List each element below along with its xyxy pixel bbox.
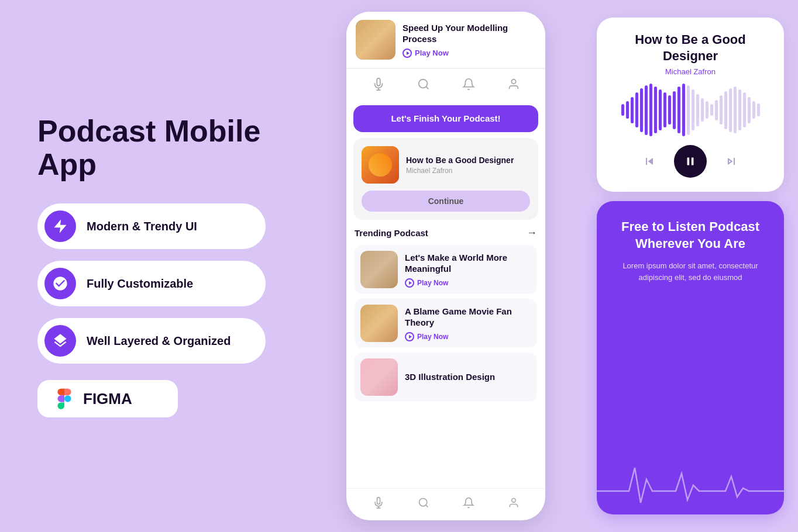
wave-bar-16: [696, 94, 699, 126]
podcast-item-1-play-label: Play Now: [417, 279, 448, 287]
left-panel: Podcast Mobile App Modern & Trendy UI: [14, 12, 295, 520]
podcast-item-3-info: 3D Illustration Design: [405, 371, 495, 383]
trending-section: Trending Podcast → Let's Make a World Mo…: [346, 220, 545, 406]
wave-bar-6: [649, 84, 652, 136]
wave-bar-5: [645, 85, 648, 135]
player-card: How to Be a Good Designer Michael Zafron: [597, 18, 784, 192]
wave-bar-29: [757, 103, 760, 116]
waveform: [610, 87, 771, 133]
podcast-item-2-play[interactable]: Play Now: [405, 332, 531, 341]
podcast-item-1[interactable]: Let's Make a World More Meaningful Play …: [355, 245, 537, 294]
svg-point-3: [511, 499, 515, 503]
feature-item-layered: Well Layered & Organized: [37, 318, 266, 364]
wave-bar-14: [687, 85, 690, 135]
wave-bar-3: [635, 92, 638, 127]
wave-bar-21: [720, 95, 723, 125]
wave-bar-17: [701, 98, 704, 122]
continue-title: How to Be a Good Designer: [406, 155, 514, 165]
finish-banner-text: Let's Finish Your Podcast!: [391, 113, 500, 123]
podcast-thumb-2: [360, 305, 398, 342]
figma-logo-icon: [54, 388, 75, 409]
svg-point-0: [418, 80, 427, 88]
mic-icon[interactable]: [370, 76, 387, 92]
wave-bar-11: [673, 91, 676, 129]
continue-thumb: [362, 146, 399, 184]
rewind-button[interactable]: [639, 151, 660, 172]
bottom-bell-icon[interactable]: [460, 495, 477, 511]
middle-panel: Speed Up Your Modelling Process Play Now: [307, 12, 585, 520]
pillow-image: [356, 20, 395, 60]
top-card-title: Speed Up Your Modelling Process: [403, 22, 536, 45]
figma-label: FIGMA: [83, 390, 132, 408]
svg-point-2: [419, 499, 426, 506]
wave-bar-2: [631, 97, 634, 123]
wave-bar-23: [729, 88, 732, 132]
wave-bar-9: [663, 92, 666, 127]
feature-item-customizable: Fully Customizable: [37, 261, 266, 306]
podcast-item-1-title: Let's Make a World More Meaningful: [405, 252, 531, 275]
podcast-item-3[interactable]: 3D Illustration Design: [355, 353, 537, 402]
bottom-user-icon[interactable]: [505, 495, 522, 511]
free-card-desc: Lorem ipsum dolor sit amet, consectetur …: [611, 260, 770, 283]
heartbeat-line: [597, 456, 784, 514]
play-icon-2: [405, 332, 414, 341]
player-episode-title: How to Be a Good Designer: [610, 32, 771, 64]
podcast-item-2[interactable]: A Blame Game Movie Fan Theory Play Now: [355, 299, 537, 348]
podcast-item-3-title: 3D Illustration Design: [405, 371, 495, 383]
page-background: Podcast Mobile App Modern & Trendy UI: [0, 0, 798, 532]
feature-list: Modern & Trendy UI Fully Customizable: [37, 203, 283, 364]
wave-bar-10: [668, 95, 671, 125]
wave-bar-13: [682, 84, 685, 136]
podcast-thumb-3: [360, 358, 398, 396]
wave-bar-18: [706, 101, 708, 119]
wave-bar-22: [724, 91, 727, 129]
bottom-search-icon[interactable]: [415, 495, 432, 511]
podcast-item-2-title: A Blame Game Movie Fan Theory: [405, 306, 531, 329]
free-card: Free to Listen Podcast Wherever You Are …: [597, 201, 784, 514]
finish-banner: Let's Finish Your Podcast!: [353, 105, 538, 132]
top-card-info: Speed Up Your Modelling Process Play Now: [403, 22, 536, 58]
podcast-item-1-play[interactable]: Play Now: [405, 278, 531, 288]
wave-bar-28: [752, 101, 755, 119]
wave-bar-12: [677, 87, 680, 133]
top-card-play[interactable]: Play Now: [403, 49, 536, 58]
search-icon[interactable]: [415, 76, 432, 92]
continue-info: How to Be a Good Designer Michael Zafron: [406, 155, 514, 175]
wave-bar-1: [626, 101, 629, 119]
free-card-title: Free to Listen Podcast Wherever You Are: [611, 219, 770, 252]
podcast-item-1-info: Let's Make a World More Meaningful Play …: [405, 252, 531, 288]
player-controls: [610, 145, 771, 178]
trending-header: Trending Podcast →: [355, 227, 537, 239]
wave-bar-15: [692, 89, 694, 130]
forward-button[interactable]: [721, 151, 742, 172]
wave-bar-0: [621, 104, 624, 116]
feature-label-customizable: Fully Customizable: [87, 277, 193, 291]
phone-bottom-nav: [346, 488, 545, 520]
play-now-label: Play Now: [415, 49, 449, 57]
bolt-icon: [44, 210, 76, 242]
wave-bar-27: [748, 97, 751, 123]
play-icon-1: [405, 278, 414, 288]
continue-card: How to Be a Good Designer Michael Zafron…: [353, 138, 538, 220]
wave-bar-7: [654, 87, 657, 133]
continue-button[interactable]: Continue: [362, 191, 530, 212]
pause-button[interactable]: [674, 145, 707, 178]
play-icon: [403, 49, 412, 58]
trending-arrow-icon[interactable]: →: [527, 227, 537, 239]
top-card-thumb: [356, 20, 395, 60]
phone-frame: Speed Up Your Modelling Process Play Now: [346, 12, 545, 520]
wave-bar-24: [734, 87, 737, 133]
wave-bar-25: [738, 89, 741, 130]
bell-icon[interactable]: [460, 76, 477, 92]
wave-bar-8: [659, 89, 662, 130]
feature-label-layered: Well Layered & Organized: [87, 334, 231, 348]
wave-bar-26: [743, 92, 746, 127]
bottom-mic-icon[interactable]: [370, 495, 387, 511]
app-title: Podcast Mobile App: [37, 115, 283, 181]
user-icon[interactable]: [505, 76, 522, 92]
layers-icon: [44, 325, 76, 357]
wave-bar-20: [715, 100, 718, 120]
player-author: Michael Zafron: [610, 67, 771, 76]
wave-bar-19: [710, 104, 713, 116]
podcast-thumb-1: [360, 251, 398, 288]
